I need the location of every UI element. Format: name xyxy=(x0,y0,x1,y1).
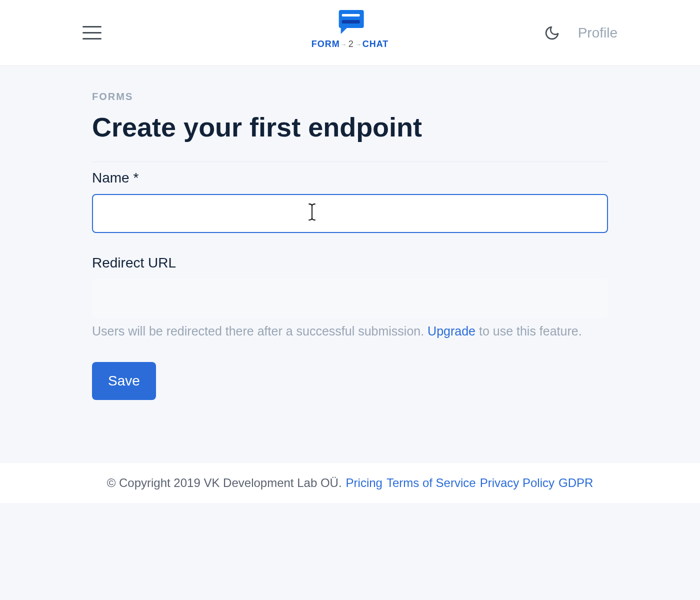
breadcrumb-eyebrow: FORMS xyxy=(92,91,608,102)
redirect-url-input xyxy=(92,279,608,318)
profile-link[interactable]: Profile xyxy=(578,25,618,41)
page-title: Create your first endpoint xyxy=(92,112,608,142)
name-input[interactable] xyxy=(92,194,608,233)
logo-word-two: 2 xyxy=(348,39,354,49)
dark-mode-toggle[interactable] xyxy=(544,25,560,41)
helper-text-before: Users will be redirected there after a s… xyxy=(92,324,428,338)
redirect-input-wrap: Users will be redirected there after a s… xyxy=(92,279,608,340)
footer: © Copyright 2019 VK Development Lab OÜ. … xyxy=(0,463,700,503)
logo-word-form: FORM xyxy=(312,39,340,49)
logo-word-chat: CHAT xyxy=(362,39,389,49)
page-content: FORMS Create your first endpoint Name * … xyxy=(0,66,700,400)
footer-pricing-link[interactable]: Pricing xyxy=(346,476,382,490)
footer-privacy-link[interactable]: Privacy Policy xyxy=(480,476,554,490)
helper-text-after: to use this feature. xyxy=(476,324,582,338)
svg-rect-1 xyxy=(342,20,360,24)
logo-icon xyxy=(332,8,368,36)
save-button[interactable]: Save xyxy=(92,362,156,400)
redirect-helper-text: Users will be redirected there after a s… xyxy=(92,322,608,340)
logo-text: FORM→2→CHAT xyxy=(312,39,389,50)
name-input-wrap xyxy=(92,194,608,233)
header-right: Profile xyxy=(544,25,618,41)
logo[interactable]: FORM→2→CHAT xyxy=(312,8,389,50)
footer-tos-link[interactable]: Terms of Service xyxy=(386,476,476,490)
footer-gdpr-link[interactable]: GDPR xyxy=(558,476,593,490)
footer-copyright: © Copyright 2019 VK Development Lab OÜ. xyxy=(107,476,342,490)
name-label: Name * xyxy=(92,170,608,186)
upgrade-link[interactable]: Upgrade xyxy=(428,324,476,338)
redirect-label: Redirect URL xyxy=(92,255,608,271)
app-header: FORM→2→CHAT Profile xyxy=(0,0,700,66)
svg-rect-0 xyxy=(342,14,360,16)
hamburger-menu-button[interactable] xyxy=(82,26,102,40)
header-left xyxy=(82,26,102,40)
divider xyxy=(92,162,608,162)
